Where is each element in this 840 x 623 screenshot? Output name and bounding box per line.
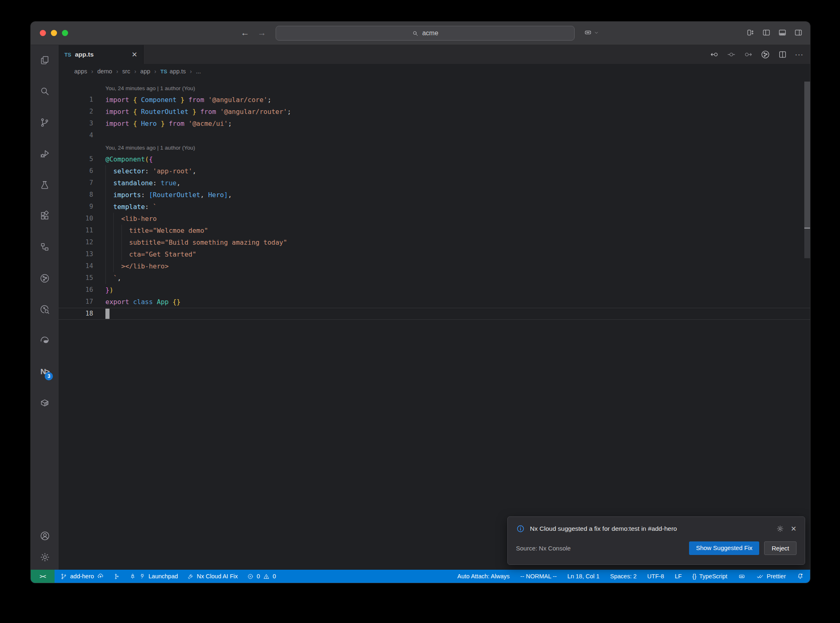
source-control-icon[interactable] [39, 117, 50, 128]
code-row: 11 title="Welcmoe demo" [59, 225, 810, 236]
code-row: 7 standalone: true, [59, 177, 810, 189]
encoding-item[interactable]: UTF-8 [647, 573, 664, 580]
toggle-panel-icon[interactable] [778, 28, 787, 37]
navigate-back-icon[interactable]: ← [241, 28, 249, 38]
navigate-forward-icon[interactable]: → [258, 28, 266, 38]
problems-indicator[interactable]: 0 0 [247, 573, 276, 580]
breadcrumb-demo[interactable]: demo [97, 68, 112, 75]
scrollbar[interactable] [804, 79, 810, 570]
code-row: 9 template: ` [59, 201, 810, 213]
command-center-search[interactable]: acme [276, 26, 575, 41]
copilot-icon [584, 28, 592, 37]
text-cursor [105, 309, 110, 319]
remote-indicator[interactable]: >< [31, 570, 55, 583]
blame-row: You, 24 minutes ago | 1 author (You) [59, 82, 810, 94]
rocket-icon [129, 573, 136, 580]
typescript-file-icon: TS [160, 68, 167, 75]
wrench-icon [187, 573, 194, 580]
tab-app-ts[interactable]: TS app.ts ✕ [59, 45, 144, 64]
show-suggested-fix-button[interactable]: Show Suggested Fix [689, 541, 760, 555]
explorer-icon[interactable] [39, 55, 50, 66]
copilot-icon [738, 573, 746, 580]
window-controls [40, 30, 68, 36]
code-row: 3import { Hero } from '@acme/ui'; [59, 118, 810, 130]
minimize-window-button[interactable] [51, 30, 57, 36]
current-change-icon[interactable] [727, 50, 736, 59]
split-editor-icon[interactable] [778, 50, 787, 59]
extensions-icon[interactable] [39, 211, 50, 221]
close-window-button[interactable] [40, 30, 46, 36]
eol-item[interactable]: LF [675, 573, 682, 580]
nx-graph-icon[interactable] [39, 273, 50, 284]
cursor-position-item[interactable]: Ln 18, Col 1 [567, 573, 599, 580]
breadcrumb-app[interactable]: app [140, 68, 150, 75]
nx-console-icon[interactable]: N>3 [41, 366, 49, 377]
activity-bar: N>3 [31, 45, 59, 570]
more-actions-icon[interactable]: ··· [795, 50, 803, 59]
settings-gear-icon[interactable] [39, 552, 50, 562]
blame-row: You, 24 minutes ago | 1 author (You) [59, 141, 810, 153]
breadcrumb-apps[interactable]: apps [74, 68, 87, 75]
scrollbar-thumb[interactable] [804, 82, 810, 227]
nx-graph-action-icon[interactable] [760, 50, 770, 59]
account-icon[interactable] [39, 530, 50, 541]
code-row: 6 selector: 'app-root', [59, 165, 810, 177]
breadcrumb-file[interactable]: TSapp.ts [160, 68, 186, 75]
code-row: 4 [59, 130, 810, 141]
copilot-menu[interactable] [584, 28, 599, 37]
run-debug-icon[interactable] [39, 148, 50, 159]
toggle-secondary-sidebar-icon[interactable] [794, 28, 803, 37]
chevron-down-icon [594, 30, 599, 35]
launchpad-item[interactable]: Launchpad [129, 573, 178, 580]
notification-source: Source: Nx Console [516, 545, 571, 552]
breadcrumb: apps› demo› src› app› TSapp.ts› ... [59, 64, 810, 79]
previous-change-icon[interactable] [710, 50, 719, 59]
edge-browser-icon[interactable] [39, 335, 50, 346]
next-change-icon[interactable] [744, 50, 753, 59]
search-value: acme [422, 30, 438, 37]
code-row: 17export class App {} [59, 296, 810, 308]
nx-badge: 3 [45, 372, 53, 380]
containers-icon[interactable] [39, 398, 50, 408]
code-row: 8 imports: [RouterOutlet, Hero], [59, 189, 810, 201]
tab-label: app.ts [75, 51, 94, 58]
breadcrumb-more[interactable]: ... [196, 68, 201, 75]
code-row: 18 [59, 308, 810, 320]
double-check-icon [756, 573, 764, 580]
status-bar: >< add-hero Launchpad Nx Cloud AI Fix [31, 570, 810, 583]
code-row: 10 <lib-hero [59, 213, 810, 225]
code-row: 1import { Component } from '@angular/cor… [59, 94, 810, 106]
auto-attach-item[interactable]: Auto Attach: Always [457, 573, 509, 580]
formatter-item[interactable]: Prettier [756, 573, 786, 580]
customize-layout-icon[interactable] [746, 28, 755, 37]
notification-settings-gear-icon[interactable] [776, 525, 784, 533]
nx-cloud-fix-item[interactable]: Nx Cloud AI Fix [187, 573, 238, 580]
code-row: 12 subtitle="Build something amazing tod… [59, 236, 810, 248]
toggle-primary-sidebar-icon[interactable] [762, 28, 771, 37]
close-tab-icon[interactable]: ✕ [132, 50, 137, 59]
notification-toast: Nx Cloud suggested a fix for demo:test i… [507, 516, 805, 565]
typescript-file-icon: TS [64, 52, 71, 58]
vscode-window: ← → acme [30, 21, 810, 583]
code-editor[interactable]: You, 24 minutes ago | 1 author (You)1imp… [59, 79, 810, 570]
git-branch-icon [60, 573, 67, 580]
project-structure-icon[interactable] [39, 242, 50, 252]
notification-close-icon[interactable]: ✕ [791, 525, 797, 533]
testing-icon[interactable] [39, 180, 50, 190]
notifications-bell-icon[interactable] [797, 573, 804, 580]
zoom-window-button[interactable] [62, 30, 68, 36]
indentation-item[interactable]: Spaces: 2 [610, 573, 637, 580]
branch-indicator[interactable]: add-hero [60, 573, 104, 580]
nx-graph-search-icon[interactable] [39, 304, 50, 315]
code-lines: You, 24 minutes ago | 1 author (You)1imp… [59, 79, 810, 320]
code-row: 5@Component({ [59, 153, 810, 165]
code-row: 16}) [59, 284, 810, 296]
copilot-status-item[interactable] [738, 573, 746, 580]
reject-button[interactable]: Reject [764, 541, 797, 555]
language-mode-item[interactable]: {}TypeScript [692, 573, 727, 580]
vim-mode-indicator[interactable]: -- NORMAL -- [520, 573, 557, 580]
breadcrumb-src[interactable]: src [122, 68, 130, 75]
cloud-upload-icon [97, 573, 104, 580]
git-graph-icon[interactable] [113, 573, 120, 580]
search-icon[interactable] [39, 86, 50, 97]
